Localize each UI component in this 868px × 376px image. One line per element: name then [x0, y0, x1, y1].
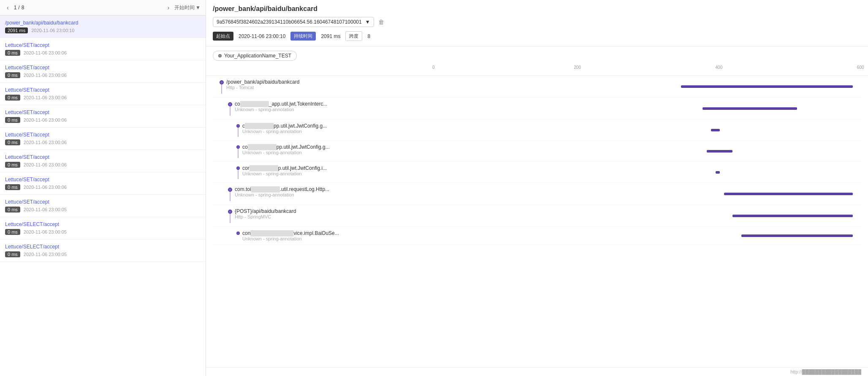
span-dot: [236, 232, 240, 235]
item-meta: 0 ms 2020-11-06 23:00:06: [5, 95, 201, 101]
span-text: co████████pp.util.jwt.JwtConfig.g... Unk…: [242, 144, 330, 155]
span-info: c████████pp.util.jwt.JwtConfig.g... Unkn…: [213, 123, 432, 137]
span-bar-area: [432, 82, 861, 91]
span-name: cor████████p.util.jwt.JwtConfig.i...: [242, 165, 327, 171]
span-type: Unknown - spring-annotation: [242, 150, 330, 155]
span-dot: [236, 145, 240, 149]
span-text: c████████pp.util.jwt.JwtConfig.g... Unkn…: [242, 123, 327, 134]
item-title: Lettuce/SET/accept: [5, 42, 201, 48]
span-dot: [220, 80, 224, 84]
main-layout: ‹ 1 / 8 › 开始时间 ▼ /power_bank/api/baidu/b…: [0, 0, 868, 376]
span-dot: [236, 166, 240, 170]
span-value: 8: [367, 33, 370, 39]
span-type: Unknown - spring-annotation: [235, 192, 329, 197]
span-connector: [236, 145, 240, 158]
item-badge: 0 ms: [5, 117, 20, 123]
span-text: cor████████p.util.jwt.JwtConfig.i... Unk…: [242, 165, 327, 176]
list-item[interactable]: Lettuce/SET/accept 0 ms 2020-11-06 23:00…: [0, 195, 206, 217]
trace-id-value: 9a576845f3824602a239134110b06654.56.1604…: [217, 19, 362, 25]
span-connector: [228, 188, 232, 201]
span-bar: [703, 107, 797, 110]
item-title: Lettuce/SELECT/accept: [5, 244, 201, 250]
item-time: 2020-11-06 23:00:06: [24, 117, 67, 123]
scale-200: 200: [574, 65, 581, 70]
list-item[interactable]: Lettuce/SET/accept 0 ms 2020-11-06 23:00…: [0, 172, 206, 195]
span-dot: [228, 102, 232, 106]
bottom-url-text: http://██████████████████: [790, 369, 861, 374]
span-bar: [732, 215, 852, 217]
right-header: /power_bank/api/baidu/bankcard 9a576845f…: [206, 0, 868, 46]
span-connector: [236, 124, 240, 137]
scale-400: 400: [716, 65, 723, 70]
page-separator: /: [18, 5, 19, 11]
span-connector: [236, 232, 240, 235]
app-container: ‹ 1 / 8 › 开始时间 ▼ /power_bank/api/baidu/b…: [0, 0, 868, 376]
span-line: [230, 214, 231, 223]
trace-title: /power_bank/api/baidu/bankcard: [213, 5, 861, 13]
item-title: Lettuce/SET/accept: [5, 177, 201, 183]
list-item-active[interactable]: /power_bank/api/baidu/bankcard 2091 ms 2…: [0, 16, 206, 38]
item-meta: 0 ms 2020-11-06 23:00:05: [5, 251, 201, 257]
span-bar-area: [432, 168, 861, 177]
span-bar: [724, 193, 853, 195]
span-row: {POST}/api/baidu/bankcard Http - SpringM…: [213, 205, 861, 227]
item-title: Lettuce/SET/accept: [5, 154, 201, 160]
trace-id-row: 9a576845f3824602a239134110b06654.56.1604…: [213, 17, 861, 27]
dropdown-arrow-icon: ▼: [365, 19, 370, 25]
active-item-meta: 2091 ms 2020-11-06 23:00:10: [5, 27, 201, 33]
trace-id-dropdown[interactable]: 9a576845f3824602a239134110b06654.56.1604…: [213, 17, 374, 27]
item-meta: 0 ms 2020-11-06 23:00:06: [5, 162, 201, 168]
item-badge: 0 ms: [5, 229, 20, 235]
list-item[interactable]: Lettuce/SELECT/accept 0 ms 2020-11-06 23…: [0, 240, 206, 262]
span-row: c████████pp.util.jwt.JwtConfig.g... Unkn…: [213, 120, 861, 141]
spans-container: /power_bank/api/baidu/bankcard Http - To…: [206, 76, 868, 245]
span-name: com.toi████████.util.requestLog.Http...: [235, 186, 329, 192]
next-page-button[interactable]: ›: [165, 3, 171, 12]
span-bar: [707, 150, 732, 153]
span-line: [238, 128, 239, 137]
span-info: cor████████p.util.jwt.JwtConfig.i... Unk…: [213, 165, 432, 179]
list-item[interactable]: Lettuce/SET/accept 0 ms 2020-11-06 23:00…: [0, 83, 206, 105]
span-info: co████████_app.util.jwt.TokenInterc... U…: [213, 101, 432, 116]
item-time: 2020-11-06 23:00:06: [24, 73, 67, 78]
span-line: [238, 170, 239, 179]
item-title: Lettuce/SET/accept: [5, 109, 201, 115]
span-text: com.toi████████.util.requestLog.Http... …: [235, 186, 329, 197]
span-type: Unknown - spring-annotation: [242, 236, 339, 241]
span-bar-area: [432, 190, 861, 198]
span-name: co████████_app.util.jwt.TokenInterc...: [235, 101, 327, 107]
scale-0: 0: [432, 65, 435, 70]
item-badge: 0 ms: [5, 251, 20, 257]
list-item[interactable]: Lettuce/SET/accept 0 ms 2020-11-06 23:00…: [0, 128, 206, 150]
span-text: {POST}/api/baidu/bankcard Http - SpringM…: [235, 208, 296, 219]
span-info: com.toi████████.util.requestLog.Http... …: [213, 186, 432, 201]
list-item[interactable]: Lettuce/SET/accept 0 ms 2020-11-06 23:00…: [0, 150, 206, 172]
list-item[interactable]: Lettuce/SET/accept 0 ms 2020-11-06 23:00…: [0, 105, 206, 128]
prev-page-button[interactable]: ‹: [5, 3, 11, 12]
span-info: {POST}/api/baidu/bankcard Http - SpringM…: [213, 208, 432, 223]
item-time: 2020-11-06 23:00:06: [24, 185, 67, 190]
pagination-info: 1 / 8: [14, 5, 163, 11]
item-badge: 0 ms: [5, 207, 20, 213]
list-item[interactable]: Lettuce/SET/accept 0 ms 2020-11-06 23:00…: [0, 38, 206, 60]
item-time: 2020-11-06 23:00:06: [24, 95, 67, 100]
list-item[interactable]: Lettuce/SELECT/accept 0 ms 2020-11-06 23…: [0, 217, 206, 240]
delete-trace-button[interactable]: 🗑: [377, 18, 385, 26]
list-item[interactable]: Lettuce/SET/accept 0 ms 2020-11-06 23:00…: [0, 60, 206, 83]
left-panel: ‹ 1 / 8 › 开始时间 ▼ /power_bank/api/baidu/b…: [0, 0, 206, 376]
span-row: /power_bank/api/baidu/bankcard Http - To…: [213, 76, 861, 98]
span-bar-area: [432, 147, 861, 155]
right-panel: /power_bank/api/baidu/bankcard 9a576845f…: [206, 0, 868, 376]
item-badge: 0 ms: [5, 162, 20, 168]
sort-button[interactable]: 开始时间 ▼: [174, 4, 201, 11]
span-dot: [228, 210, 232, 214]
item-badge: 0 ms: [5, 72, 20, 78]
item-meta: 0 ms 2020-11-06 23:00:06: [5, 72, 201, 78]
span-connector: [236, 166, 240, 179]
span-type: Http - Tomcat: [226, 85, 299, 90]
service-name: Your_ApplicationName_TEST: [224, 53, 291, 59]
item-meta: 0 ms 2020-11-06 23:00:06: [5, 184, 201, 190]
item-time: 2020-11-06 23:00:05: [24, 229, 67, 234]
span-connector: [228, 210, 232, 223]
span-name: con████████████vice.impl.BaiDuSe...: [242, 230, 339, 236]
